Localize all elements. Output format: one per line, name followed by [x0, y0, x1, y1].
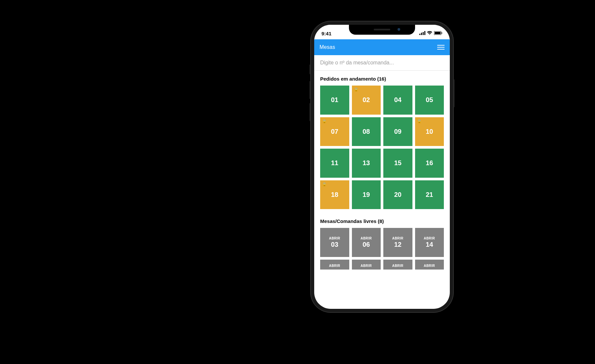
- side-buttons-left: [310, 64, 311, 125]
- free-table-tile-partial-1[interactable]: ABRIR: [352, 260, 381, 270]
- menu-icon[interactable]: [437, 45, 445, 50]
- svg-rect-2: [423, 32, 424, 35]
- free-table-tile-12[interactable]: ABRIR12: [383, 228, 412, 257]
- table-tile-11[interactable]: 11: [320, 149, 349, 178]
- signal-icon: [419, 30, 425, 36]
- tile-number: 14: [426, 241, 433, 248]
- volume-up-button: [310, 81, 311, 99]
- open-label: ABRIR: [361, 264, 372, 268]
- mute-switch: [310, 64, 311, 74]
- table-tile-13[interactable]: 13: [352, 149, 381, 178]
- table-tile-10[interactable]: 🔒10: [415, 117, 444, 146]
- phone-screen: 9:41 Mesas P: [314, 25, 450, 309]
- table-tile-07[interactable]: 🔒07: [320, 117, 349, 146]
- table-tile-04[interactable]: 04: [383, 86, 412, 115]
- free-table-tile-03[interactable]: ABRIR03: [320, 228, 349, 257]
- table-tile-20[interactable]: 20: [383, 180, 412, 209]
- open-label: ABRIR: [424, 264, 435, 268]
- phone-frame: 9:41 Mesas P: [311, 21, 453, 312]
- table-tile-08[interactable]: 08: [352, 117, 381, 146]
- svg-rect-0: [419, 34, 420, 35]
- tile-number: 10: [426, 128, 433, 135]
- svg-rect-1: [421, 33, 422, 35]
- app-header: Mesas: [314, 39, 450, 55]
- open-label: ABRIR: [392, 237, 404, 240]
- tile-number: 06: [362, 241, 370, 248]
- content-area[interactable]: Pedidos em andamento (16) 01🔒020405🔒0708…: [314, 71, 450, 309]
- tile-number: 11: [331, 159, 338, 167]
- phone-notch: [349, 25, 415, 35]
- battery-icon: [434, 30, 443, 36]
- free-table-tile-partial-0[interactable]: ABRIR: [320, 260, 349, 270]
- search-input[interactable]: [320, 60, 444, 66]
- status-icons: [419, 30, 443, 36]
- open-label: ABRIR: [392, 264, 404, 268]
- lock-icon: 🔒: [322, 119, 327, 124]
- tile-number: 18: [331, 191, 338, 199]
- table-tile-15[interactable]: 15: [383, 149, 412, 178]
- table-tile-01[interactable]: 01: [320, 86, 349, 115]
- open-label: ABRIR: [361, 237, 372, 240]
- open-label: ABRIR: [329, 264, 340, 268]
- svg-rect-5: [435, 32, 441, 34]
- table-tile-16[interactable]: 16: [415, 149, 444, 178]
- tile-number: 02: [362, 96, 370, 104]
- lock-icon: 🔒: [417, 119, 422, 124]
- page-title: Mesas: [319, 44, 335, 50]
- tile-number: 21: [426, 191, 433, 199]
- in-progress-grid: 01🔒020405🔒070809🔒1011131516🔒18192021: [320, 86, 444, 209]
- free-tables-grid: ABRIR03ABRIR06ABRIR12ABRIR14: [320, 228, 444, 257]
- power-button: [453, 79, 454, 107]
- table-tile-05[interactable]: 05: [415, 86, 444, 115]
- search-area: [314, 55, 450, 71]
- open-label: ABRIR: [329, 237, 340, 240]
- table-tile-09[interactable]: 09: [383, 117, 412, 146]
- tile-number: 20: [394, 191, 402, 199]
- tile-number: 15: [394, 159, 402, 167]
- tile-number: 12: [394, 241, 402, 248]
- svg-rect-6: [442, 32, 442, 34]
- status-time: 9:41: [321, 31, 331, 36]
- lock-icon: 🔒: [322, 182, 327, 187]
- tile-number: 07: [331, 128, 338, 135]
- free-table-tile-06[interactable]: ABRIR06: [352, 228, 381, 257]
- volume-down-button: [310, 103, 311, 121]
- table-tile-18[interactable]: 🔒18: [320, 180, 349, 209]
- free-table-tile-14[interactable]: ABRIR14: [415, 228, 444, 257]
- free-table-tile-partial-3[interactable]: ABRIR: [415, 260, 444, 270]
- table-tile-02[interactable]: 🔒02: [352, 86, 381, 115]
- tile-number: 09: [394, 128, 402, 135]
- tile-number: 04: [394, 96, 402, 104]
- lock-icon: 🔒: [354, 88, 359, 92]
- side-buttons-right: [453, 79, 454, 107]
- tile-number: 13: [362, 159, 370, 167]
- in-progress-title: Pedidos em andamento (16): [320, 76, 444, 82]
- svg-rect-3: [424, 31, 425, 35]
- tile-number: 19: [362, 191, 370, 199]
- table-tile-21[interactable]: 21: [415, 180, 444, 209]
- free-tables-grid-row2: ABRIRABRIRABRIRABRIR: [320, 260, 444, 270]
- open-label: ABRIR: [424, 237, 435, 240]
- free-tables-title: Mesas/Comandas livres (8): [320, 218, 444, 224]
- free-table-tile-partial-2[interactable]: ABRIR: [383, 260, 412, 270]
- tile-number: 01: [331, 96, 338, 104]
- wifi-icon: [427, 30, 432, 36]
- tile-number: 03: [331, 241, 338, 248]
- tile-number: 16: [426, 159, 433, 167]
- tile-number: 08: [362, 128, 370, 135]
- tile-number: 05: [426, 96, 433, 104]
- table-tile-19[interactable]: 19: [352, 180, 381, 209]
